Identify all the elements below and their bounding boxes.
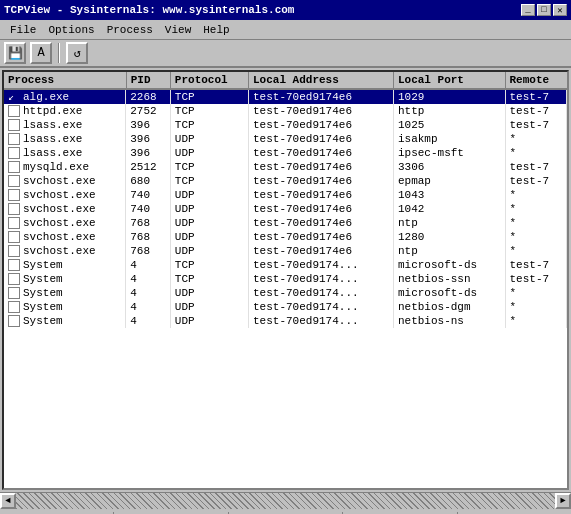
table-row[interactable]: mysqld.exe2512TCPtest-70ed9174e63306test… xyxy=(4,160,567,174)
cell-pid: 396 xyxy=(126,118,170,132)
cell-protocol: TCP xyxy=(170,160,248,174)
box-icon xyxy=(8,245,20,257)
menu-process[interactable]: Process xyxy=(101,23,159,37)
table-row[interactable]: System4UDPtest-70ed9174...microsoft-ds* xyxy=(4,286,567,300)
refresh-button[interactable]: ↺ xyxy=(66,42,88,64)
scroll-left-button[interactable]: ◄ xyxy=(0,493,16,509)
box-icon xyxy=(8,231,20,243)
horizontal-scrollbar[interactable]: ◄ ► xyxy=(0,492,571,508)
cell-local-port: netbios-ns xyxy=(393,314,505,328)
table-row[interactable]: svchost.exe680TCPtest-70ed9174e6epmaptes… xyxy=(4,174,567,188)
table-row[interactable]: svchost.exe768UDPtest-70ed9174e6ntp* xyxy=(4,216,567,230)
process-name: System xyxy=(23,287,63,299)
table-row[interactable]: ↙alg.exe2268TCPtest-70ed9174e61029test-7 xyxy=(4,89,567,104)
cell-local-address: test-70ed9174e6 xyxy=(248,146,393,160)
process-name: lsass.exe xyxy=(23,133,82,145)
box-icon xyxy=(8,189,20,201)
cell-remote: test-7 xyxy=(505,174,567,188)
cell-local-port: 1025 xyxy=(393,118,505,132)
status-bar: Endpoints: 17 Established: 0 Listening: … xyxy=(0,508,571,514)
cell-local-port: 1042 xyxy=(393,202,505,216)
save-button[interactable]: 💾 xyxy=(4,42,26,64)
connections-table: Process PID Protocol Local Address Local… xyxy=(4,72,567,328)
box-icon xyxy=(8,273,20,285)
cell-remote: * xyxy=(505,244,567,258)
table-header-row: Process PID Protocol Local Address Local… xyxy=(4,72,567,89)
cell-pid: 2512 xyxy=(126,160,170,174)
menu-view[interactable]: View xyxy=(159,23,197,37)
minimize-button[interactable]: _ xyxy=(521,4,535,16)
cell-local-address: test-70ed9174... xyxy=(248,272,393,286)
col-local-address[interactable]: Local Address xyxy=(248,72,393,89)
table-row[interactable]: svchost.exe740UDPtest-70ed9174e61042* xyxy=(4,202,567,216)
process-name: System xyxy=(23,273,63,285)
cell-local-port: ipsec-msft xyxy=(393,146,505,160)
col-process[interactable]: Process xyxy=(4,72,126,89)
window-title: TCPView - Sysinternals: www.sysinternals… xyxy=(4,4,294,16)
table-row[interactable]: System4TCPtest-70ed9174...microsoft-dste… xyxy=(4,258,567,272)
table-row[interactable]: svchost.exe740UDPtest-70ed9174e61043* xyxy=(4,188,567,202)
table-row[interactable]: System4UDPtest-70ed9174...netbios-dgm* xyxy=(4,300,567,314)
col-remote[interactable]: Remote xyxy=(505,72,567,89)
cell-local-address: test-70ed9174e6 xyxy=(248,216,393,230)
cell-protocol: TCP xyxy=(170,104,248,118)
maximize-button[interactable]: □ xyxy=(537,4,551,16)
main-content[interactable]: Process PID Protocol Local Address Local… xyxy=(2,70,569,490)
box-icon xyxy=(8,203,20,215)
filter-button[interactable]: A xyxy=(30,42,52,64)
cell-process: System xyxy=(4,314,126,328)
process-name: svchost.exe xyxy=(23,231,96,243)
cell-pid: 396 xyxy=(126,132,170,146)
cell-remote: test-7 xyxy=(505,118,567,132)
menu-file[interactable]: File xyxy=(4,23,42,37)
cell-pid: 2268 xyxy=(126,89,170,104)
cell-remote: * xyxy=(505,188,567,202)
cell-process: svchost.exe xyxy=(4,244,126,258)
cell-local-address: test-70ed9174e6 xyxy=(248,160,393,174)
process-name: svchost.exe xyxy=(23,217,96,229)
cell-pid: 680 xyxy=(126,174,170,188)
cell-local-address: test-70ed9174e6 xyxy=(248,104,393,118)
cell-remote: * xyxy=(505,314,567,328)
table-row[interactable]: lsass.exe396UDPtest-70ed9174e6isakmp* xyxy=(4,132,567,146)
close-button[interactable]: ✕ xyxy=(553,4,567,16)
cell-pid: 4 xyxy=(126,314,170,328)
cell-remote: test-7 xyxy=(505,104,567,118)
cell-pid: 4 xyxy=(126,286,170,300)
menu-options[interactable]: Options xyxy=(42,23,100,37)
table-row[interactable]: svchost.exe768UDPtest-70ed9174e6ntp* xyxy=(4,244,567,258)
scroll-track[interactable] xyxy=(16,493,555,509)
box-icon xyxy=(8,105,20,117)
table-row[interactable]: lsass.exe396TCPtest-70ed9174e61025test-7 xyxy=(4,118,567,132)
table-row[interactable]: System4TCPtest-70ed9174...netbios-ssntes… xyxy=(4,272,567,286)
col-local-port[interactable]: Local Port xyxy=(393,72,505,89)
cell-pid: 2752 xyxy=(126,104,170,118)
cell-local-address: test-70ed9174e6 xyxy=(248,174,393,188)
cell-remote: * xyxy=(505,132,567,146)
cell-process: svchost.exe xyxy=(4,188,126,202)
cell-protocol: UDP xyxy=(170,230,248,244)
cell-protocol: UDP xyxy=(170,216,248,230)
cell-remote: * xyxy=(505,230,567,244)
cell-protocol: TCP xyxy=(170,272,248,286)
table-row[interactable]: svchost.exe768UDPtest-70ed9174e61280* xyxy=(4,230,567,244)
box-icon xyxy=(8,301,20,313)
save-icon: 💾 xyxy=(8,46,23,61)
cell-local-address: test-70ed9174e6 xyxy=(248,244,393,258)
cell-local-address: test-70ed9174e6 xyxy=(248,188,393,202)
table-row[interactable]: httpd.exe2752TCPtest-70ed9174e6httptest-… xyxy=(4,104,567,118)
scroll-right-button[interactable]: ► xyxy=(555,493,571,509)
cell-protocol: UDP xyxy=(170,202,248,216)
box-icon xyxy=(8,147,20,159)
cell-pid: 4 xyxy=(126,300,170,314)
title-bar: TCPView - Sysinternals: www.sysinternals… xyxy=(0,0,571,20)
menu-help[interactable]: Help xyxy=(197,23,235,37)
col-pid[interactable]: PID xyxy=(126,72,170,89)
col-protocol[interactable]: Protocol xyxy=(170,72,248,89)
cell-remote: * xyxy=(505,202,567,216)
table-row[interactable]: System4UDPtest-70ed9174...netbios-ns* xyxy=(4,314,567,328)
table-row[interactable]: lsass.exe396UDPtest-70ed9174e6ipsec-msft… xyxy=(4,146,567,160)
process-name: httpd.exe xyxy=(23,105,82,117)
process-name: System xyxy=(23,259,63,271)
menu-bar: File Options Process View Help xyxy=(0,20,571,40)
